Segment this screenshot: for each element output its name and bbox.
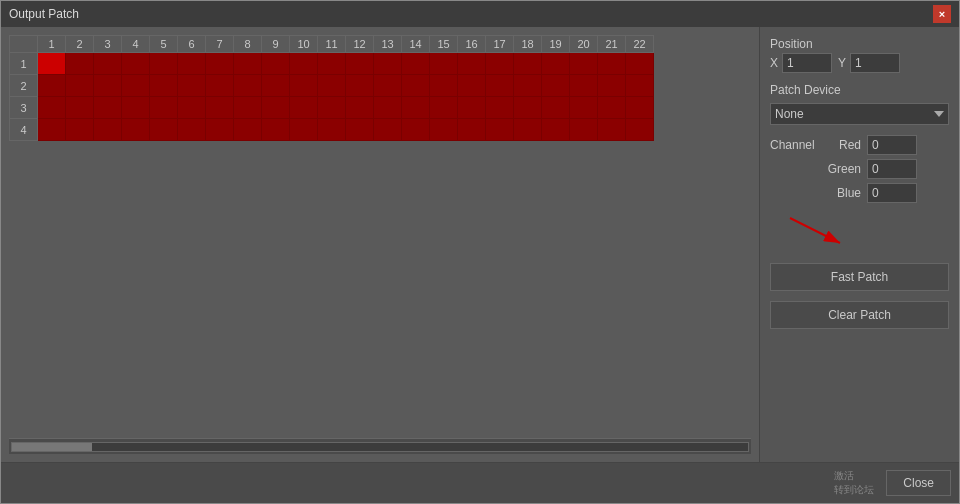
cell-4-20[interactable] [570,119,598,141]
cell-2-7[interactable] [206,75,234,97]
device-select[interactable]: None [770,103,949,125]
horizontal-scrollbar[interactable] [9,438,751,454]
scrollbar-track[interactable] [11,442,749,452]
cell-4-21[interactable] [598,119,626,141]
cell-1-20[interactable] [570,53,598,75]
cell-3-8[interactable] [234,97,262,119]
cell-1-16[interactable] [458,53,486,75]
cell-2-16[interactable] [458,75,486,97]
cell-1-2[interactable] [66,53,94,75]
cell-4-3[interactable] [94,119,122,141]
green-input[interactable] [867,159,917,179]
cell-4-17[interactable] [486,119,514,141]
cell-1-22[interactable] [626,53,654,75]
cell-1-17[interactable] [486,53,514,75]
close-window-button[interactable]: × [933,5,951,23]
cell-1-14[interactable] [402,53,430,75]
cell-2-20[interactable] [570,75,598,97]
cell-4-8[interactable] [234,119,262,141]
cell-4-13[interactable] [374,119,402,141]
cell-3-3[interactable] [94,97,122,119]
cell-3-18[interactable] [514,97,542,119]
cell-1-1[interactable] [38,53,66,75]
cell-3-9[interactable] [262,97,290,119]
scrollbar-thumb[interactable] [12,443,92,451]
cell-3-10[interactable] [290,97,318,119]
cell-1-9[interactable] [262,53,290,75]
cell-4-16[interactable] [458,119,486,141]
cell-3-2[interactable] [66,97,94,119]
cell-2-17[interactable] [486,75,514,97]
cell-4-2[interactable] [66,119,94,141]
cell-4-1[interactable] [38,119,66,141]
cell-4-22[interactable] [626,119,654,141]
cell-2-4[interactable] [122,75,150,97]
close-button[interactable]: Close [886,470,951,496]
cell-1-19[interactable] [542,53,570,75]
cell-3-15[interactable] [430,97,458,119]
grid-scroll-area[interactable]: 1 2 3 4 5 6 7 8 9 10 11 [9,35,751,438]
cell-4-14[interactable] [402,119,430,141]
cell-2-13[interactable] [374,75,402,97]
cell-2-1[interactable] [38,75,66,97]
cell-2-10[interactable] [290,75,318,97]
cell-2-5[interactable] [150,75,178,97]
cell-4-5[interactable] [150,119,178,141]
cell-1-8[interactable] [234,53,262,75]
cell-4-11[interactable] [318,119,346,141]
cell-1-12[interactable] [346,53,374,75]
cell-3-22[interactable] [626,97,654,119]
cell-4-7[interactable] [206,119,234,141]
blue-input[interactable] [867,183,917,203]
cell-4-15[interactable] [430,119,458,141]
cell-3-7[interactable] [206,97,234,119]
cell-3-21[interactable] [598,97,626,119]
cell-1-11[interactable] [318,53,346,75]
cell-3-19[interactable] [542,97,570,119]
cell-2-2[interactable] [66,75,94,97]
cell-1-15[interactable] [430,53,458,75]
cell-3-16[interactable] [458,97,486,119]
cell-2-15[interactable] [430,75,458,97]
cell-3-13[interactable] [374,97,402,119]
cell-2-22[interactable] [626,75,654,97]
cell-1-10[interactable] [290,53,318,75]
cell-3-1[interactable] [38,97,66,119]
cell-3-5[interactable] [150,97,178,119]
cell-4-19[interactable] [542,119,570,141]
fast-patch-button[interactable]: Fast Patch [770,263,949,291]
clear-patch-button[interactable]: Clear Patch [770,301,949,329]
cell-2-6[interactable] [178,75,206,97]
cell-4-12[interactable] [346,119,374,141]
cell-3-6[interactable] [178,97,206,119]
cell-2-8[interactable] [234,75,262,97]
cell-2-9[interactable] [262,75,290,97]
cell-1-21[interactable] [598,53,626,75]
cell-1-6[interactable] [178,53,206,75]
cell-1-5[interactable] [150,53,178,75]
red-input[interactable] [867,135,917,155]
cell-2-18[interactable] [514,75,542,97]
cell-4-4[interactable] [122,119,150,141]
cell-3-14[interactable] [402,97,430,119]
cell-2-11[interactable] [318,75,346,97]
cell-3-17[interactable] [486,97,514,119]
cell-3-11[interactable] [318,97,346,119]
y-input[interactable] [850,53,900,73]
cell-1-13[interactable] [374,53,402,75]
cell-4-10[interactable] [290,119,318,141]
cell-1-18[interactable] [514,53,542,75]
cell-2-14[interactable] [402,75,430,97]
cell-4-6[interactable] [178,119,206,141]
cell-2-21[interactable] [598,75,626,97]
cell-2-19[interactable] [542,75,570,97]
cell-2-12[interactable] [346,75,374,97]
cell-4-9[interactable] [262,119,290,141]
cell-4-18[interactable] [514,119,542,141]
cell-1-3[interactable] [94,53,122,75]
x-input[interactable] [782,53,832,73]
cell-3-20[interactable] [570,97,598,119]
cell-3-12[interactable] [346,97,374,119]
cell-1-7[interactable] [206,53,234,75]
cell-1-4[interactable] [122,53,150,75]
